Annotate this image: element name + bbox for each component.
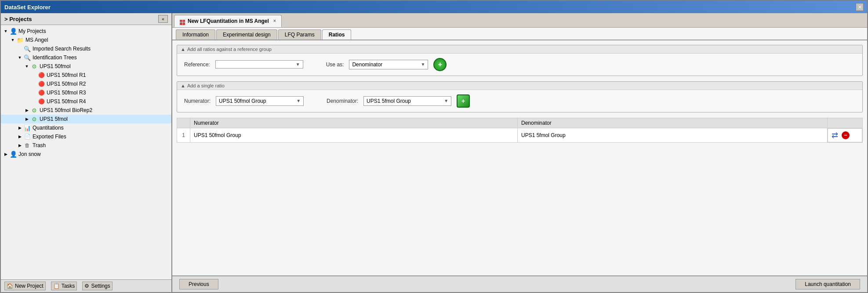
chevron-down-icon: ▼ [296, 62, 300, 67]
project-tree: ▼ 👤 My Projects ▼ 📁 MS Angel 🔍 Imported … [1, 25, 171, 279]
denominator-select[interactable]: UPS1 5fmol Group ▼ [363, 96, 451, 106]
expand-icon [31, 72, 37, 78]
left-panel: > Projects « ▼ 👤 My Projects ▼ 📁 MS Ange… [1, 13, 172, 292]
row-numerator: UPS1 50fmol Group [190, 128, 518, 142]
tree-item-ups1-r4[interactable]: 🔴 UPS1 50fmol R4 [1, 97, 171, 106]
group-icon: ⚙ [31, 116, 38, 123]
project-icon: 👤 [10, 28, 17, 35]
tree-item-ups1-5fmol[interactable]: ▶ ⚙ UPS1 5fmol [1, 115, 171, 123]
file-icon: 🔴 [38, 98, 45, 105]
denominator-value: UPS1 5fmol Group [367, 98, 411, 104]
tree-label: MS Angel [25, 37, 48, 43]
reference-select[interactable]: ▼ [215, 60, 303, 69]
tree-label: Exported Files [33, 134, 66, 140]
tree-item-trash[interactable]: ▶ 🗑 Trash [1, 141, 171, 150]
launch-quantitation-button[interactable]: Launch quantitation [795, 279, 860, 289]
tree-label: UPS1 50fmol R2 [47, 81, 86, 87]
reference-group-header: ▲ Add all ratios against a reference gro… [177, 45, 862, 54]
numerator-label: Numerator: [184, 98, 211, 104]
chevron-down-icon: ▼ [421, 62, 425, 67]
tree-item-ups1-biorep2[interactable]: ▶ ⚙ UPS1 50fmol BioRep2 [1, 106, 171, 115]
tab-experimental-design-label: Experimental design [223, 32, 271, 38]
expand-icon [31, 98, 37, 105]
tree-item-ms-angel[interactable]: ▼ 📁 MS Angel [1, 36, 171, 44]
col-header-denominator: Denominator [517, 118, 827, 128]
tab-information[interactable]: Information [176, 29, 215, 40]
settings-button[interactable]: ⚙ Settings [82, 282, 112, 290]
tree-label: UPS1 50fmol R4 [47, 98, 86, 105]
single-ratio-body: Numerator: UPS1 50fmol Group ▼ Denominat… [177, 90, 862, 112]
new-project-button[interactable]: 🏠 New Project [4, 282, 46, 290]
tree-label: My Projects [18, 28, 46, 34]
tab-experimental-design[interactable]: Experimental design [216, 29, 277, 40]
tasks-button[interactable]: 📋 Tasks [51, 282, 77, 290]
single-ratio-section: ▲ Add a single ratio Numerator: UPS1 50f… [177, 81, 863, 112]
main-tab[interactable]: New LFQuantitation in MS Angel × [174, 15, 282, 27]
tree-label: UPS1 50fmol R3 [47, 90, 86, 96]
col-header-num [177, 118, 190, 128]
single-ratio-title: Add a single ratio [187, 83, 225, 88]
tree-item-id-trees[interactable]: ▼ 🔍 Identification Trees [1, 53, 171, 62]
file-icon: 🔴 [38, 72, 45, 79]
use-as-value: Denominator [352, 61, 382, 68]
group-icon: ⚙ [31, 63, 38, 70]
tree-label: UPS1 5fmol [40, 116, 68, 122]
ratios-content: ▲ Add all ratios against a reference gro… [172, 40, 867, 276]
tree-item-imported-search[interactable]: 🔍 Imported Search Results [1, 44, 171, 53]
plus-icon: + [461, 98, 465, 105]
tree-item-my-projects[interactable]: ▼ 👤 My Projects [1, 27, 171, 36]
tree-label: Trash [33, 142, 46, 148]
add-single-ratio-button[interactable]: + [457, 94, 470, 108]
swap-button[interactable]: ⇄ [832, 130, 838, 140]
tree-item-jon-snow[interactable]: ▶ 👤 Jon snow [1, 150, 171, 159]
main-window: DataSet Explorer ✕ > Projects « ▼ 👤 My P… [0, 0, 868, 293]
tree-item-exported-files[interactable]: ▶ 📄 Exported Files [1, 132, 171, 141]
tab-label: New LFQuantitation in MS Angel [188, 18, 269, 24]
tree-label: UPS1 50fmol R1 [47, 72, 86, 78]
expand-icon: ▶ [3, 151, 9, 157]
row-actions: ⇄ − [828, 128, 862, 142]
single-ratio-header: ▲ Add a single ratio [177, 82, 862, 90]
use-as-select[interactable]: Denominator ▼ [349, 60, 428, 69]
search-icon: 🔍 [24, 45, 31, 52]
reference-label: Reference: [184, 61, 210, 68]
expand-icon: ▶ [17, 125, 23, 131]
quant-icon: 📊 [24, 124, 31, 131]
collapse-section-icon[interactable]: ▲ [181, 83, 185, 88]
tree-label: UPS1 50fmol BioRep2 [40, 107, 92, 113]
window-close-button[interactable]: ✕ [856, 3, 864, 11]
new-project-icon: 🏠 [7, 283, 13, 289]
tree-label: Jon snow [18, 151, 41, 157]
file-icon: 🔴 [38, 89, 45, 96]
expand-icon [31, 81, 37, 87]
tree-item-ups1-r3[interactable]: 🔴 UPS1 50fmol R3 [1, 88, 171, 97]
tab-lfq-params-label: LFQ Params [285, 32, 315, 38]
add-reference-ratio-button[interactable]: + [433, 58, 447, 71]
tree-item-quantitations[interactable]: ▶ 📊 Quantitations [1, 123, 171, 132]
collapse-section-icon[interactable]: ▲ [181, 47, 185, 52]
tree-item-ups1-r2[interactable]: 🔴 UPS1 50fmol R2 [1, 80, 171, 88]
expand-icon: ▶ [17, 142, 23, 148]
numerator-select[interactable]: UPS1 50fmol Group ▼ [216, 96, 304, 106]
collapse-panel-button[interactable]: « [158, 15, 168, 23]
tab-information-label: Information [182, 32, 209, 38]
col-header-actions [828, 118, 863, 128]
reference-group-title: Add all ratios against a reference group [187, 47, 272, 52]
tab-close-button[interactable]: × [273, 18, 276, 23]
tree-item-ups1-50fmol[interactable]: ▼ ⚙ UPS1 50fmol [1, 62, 171, 71]
tree-item-ups1-r1[interactable]: 🔴 UPS1 50fmol R1 [1, 71, 171, 80]
settings-icon: ⚙ [84, 283, 89, 289]
left-panel-header: > Projects « [1, 13, 171, 25]
expand-icon [31, 90, 37, 96]
reference-group-body: Reference: ▼ Use as: Denominator ▼ + [177, 54, 862, 76]
tab-lfq-params[interactable]: LFQ Params [278, 29, 321, 40]
projects-title: > Projects [4, 16, 32, 22]
settings-label: Settings [91, 283, 110, 289]
expand-icon: ▶ [17, 134, 23, 140]
tasks-label: Tasks [62, 283, 75, 289]
previous-button[interactable]: Previous [179, 279, 218, 289]
tab-ratios[interactable]: Ratios [322, 29, 352, 40]
remove-ratio-button[interactable]: − [842, 131, 850, 139]
expand-icon: ▼ [3, 28, 9, 34]
chevron-down-icon: ▼ [296, 98, 301, 103]
